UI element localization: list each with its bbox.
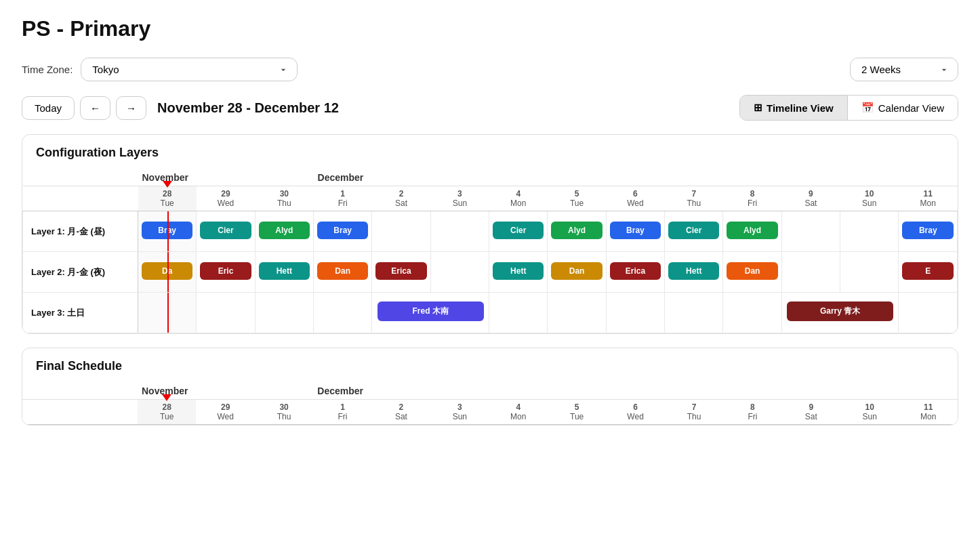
calendar-view-button[interactable]: 📅 Calendar View xyxy=(847,96,958,120)
cell-2-9 xyxy=(665,293,723,333)
event-block[interactable]: Erica xyxy=(610,262,661,280)
day-header-7: 7Thu xyxy=(665,186,723,211)
cell-1-0: Da xyxy=(138,252,197,293)
timeline-view-button[interactable]: ⊞ Timeline View xyxy=(740,96,847,120)
cell-2-0 xyxy=(138,293,197,333)
event-block[interactable]: Cier xyxy=(200,222,251,239)
weeks-select[interactable]: 2 Weeks 1 Week 4 Weeks xyxy=(850,58,958,81)
day-header-10: 10Sun xyxy=(840,400,899,425)
event-block[interactable]: Fred 木南 xyxy=(377,301,484,321)
day-header-1: 1Fri xyxy=(314,186,372,211)
cell-2-2 xyxy=(255,293,313,333)
timeline-icon: ⊞ xyxy=(754,102,762,114)
next-button[interactable]: → xyxy=(116,96,146,120)
config-layers-title: Configuration Layers xyxy=(22,135,958,168)
day-header-3: 3Sun xyxy=(430,186,489,211)
cell-0-2: Alyd xyxy=(255,211,313,252)
day-header-2: 2Sat xyxy=(372,186,430,211)
event-block[interactable]: Hett xyxy=(493,262,544,280)
toolbar-row: Time Zone: Tokyo UTC New York 2 Weeks 1 … xyxy=(22,58,958,81)
cell-2-8 xyxy=(606,293,664,333)
timezone-select[interactable]: Tokyo UTC New York xyxy=(81,58,298,81)
event-block[interactable]: Garry 青木 xyxy=(787,301,893,321)
event-block[interactable]: Hett xyxy=(668,262,719,280)
day-header-3: 3Sun xyxy=(430,400,489,425)
layer-label-0: Layer 1: 月-金 (昼) xyxy=(23,211,138,252)
calendar-icon: 📅 xyxy=(861,102,874,114)
final-schedule-section: Final Schedule NovemberDecember28Tue29We… xyxy=(22,348,958,425)
day-header-1: 1Fri xyxy=(313,400,371,425)
day-header-11: 11Mon xyxy=(899,400,958,425)
cell-2-4: Fred 木南 xyxy=(372,293,489,333)
calendar-view-label: Calendar View xyxy=(878,102,944,114)
layer-row-1: Layer 2: 月-金 (夜)DaEricHettDanEricaHettDa… xyxy=(23,252,958,293)
cell-0-11 xyxy=(781,211,840,252)
cell-1-13: E xyxy=(899,252,958,293)
date-range: November 28 - December 12 xyxy=(157,100,339,116)
cell-1-5 xyxy=(430,252,489,293)
cell-2-1 xyxy=(197,293,255,333)
cell-0-6: Cier xyxy=(489,211,548,252)
month-december: December xyxy=(314,168,958,186)
event-block[interactable]: Eric xyxy=(200,262,251,280)
toolbar-left: Time Zone: Tokyo UTC New York xyxy=(22,58,298,81)
day-header-9: 9Sat xyxy=(782,400,840,425)
weeks-select-wrapper: 2 Weeks 1 Week 4 Weeks xyxy=(850,58,958,81)
day-header-9: 9Sat xyxy=(781,186,840,211)
day-header-28: 28Tue xyxy=(138,186,197,211)
cell-0-0: Bray xyxy=(138,211,197,252)
timezone-label: Time Zone: xyxy=(22,64,73,75)
day-header-11: 11Mon xyxy=(899,186,958,211)
cell-1-4: Erica xyxy=(372,252,430,293)
event-block[interactable]: Alyd xyxy=(551,222,602,239)
day-header-29: 29Wed xyxy=(196,400,254,425)
cell-0-9: Cier xyxy=(665,211,723,252)
event-block[interactable]: Cier xyxy=(668,222,719,239)
day-header-30: 30Thu xyxy=(255,400,313,425)
cell-2-3 xyxy=(314,293,372,333)
event-block[interactable]: Alyd xyxy=(727,222,777,239)
cell-0-4 xyxy=(372,211,430,252)
day-header-5: 5Tue xyxy=(548,186,606,211)
prev-button[interactable]: ← xyxy=(80,96,110,120)
cell-2-10 xyxy=(723,293,781,333)
final-grid: NovemberDecember28Tue29Wed30Thu1Fri2Sat3… xyxy=(22,381,958,425)
day-header-29: 29Wed xyxy=(197,186,255,211)
event-block[interactable]: Erica xyxy=(375,262,426,280)
nav-left: Today ← → November 28 - December 12 xyxy=(22,96,339,120)
event-block[interactable]: Bray xyxy=(317,222,368,239)
page-title: PS - Primary xyxy=(22,16,958,41)
event-block[interactable]: Dan xyxy=(317,262,368,280)
cell-1-11 xyxy=(781,252,840,293)
view-buttons: ⊞ Timeline View 📅 Calendar View xyxy=(739,95,958,121)
event-block[interactable]: Hett xyxy=(259,262,310,280)
cell-1-7: Dan xyxy=(548,252,606,293)
event-block[interactable]: Dan xyxy=(727,262,777,280)
cell-2-7 xyxy=(548,293,606,333)
layer-label-2: Layer 3: 土日 xyxy=(23,293,138,333)
day-header-7: 7Thu xyxy=(665,400,723,425)
cell-2-6 xyxy=(489,293,548,333)
cell-1-1: Eric xyxy=(197,252,255,293)
cell-1-3: Dan xyxy=(314,252,372,293)
event-block[interactable]: Cier xyxy=(493,222,544,239)
event-block[interactable]: Bray xyxy=(610,222,661,239)
today-button[interactable]: Today xyxy=(22,96,75,120)
cell-0-5 xyxy=(430,211,489,252)
event-block[interactable]: E xyxy=(902,262,954,280)
cell-0-10: Alyd xyxy=(723,211,781,252)
event-block[interactable]: Dan xyxy=(551,262,602,280)
layer-row-0: Layer 1: 月-金 (昼)BrayCierAlydBrayCierAlyd… xyxy=(23,211,958,252)
event-block[interactable]: Bray xyxy=(902,222,954,239)
day-header-5: 5Tue xyxy=(548,400,606,425)
day-header-28: 28Tue xyxy=(138,400,196,425)
cell-0-7: Alyd xyxy=(548,211,606,252)
event-block[interactable]: Alyd xyxy=(259,222,310,239)
cell-2-13 xyxy=(899,293,958,333)
cell-1-2: Hett xyxy=(255,252,313,293)
layer-label-1: Layer 2: 月-金 (夜) xyxy=(23,252,138,293)
final-table: NovemberDecember28Tue29Wed30Thu1Fri2Sat3… xyxy=(22,381,958,425)
config-layers-section: Configuration Layers NovemberDecember28T… xyxy=(22,134,958,334)
config-grid: NovemberDecember28Tue29Wed30Thu1Fri2Sat3… xyxy=(22,168,958,333)
day-header-4: 4Mon xyxy=(489,186,548,211)
